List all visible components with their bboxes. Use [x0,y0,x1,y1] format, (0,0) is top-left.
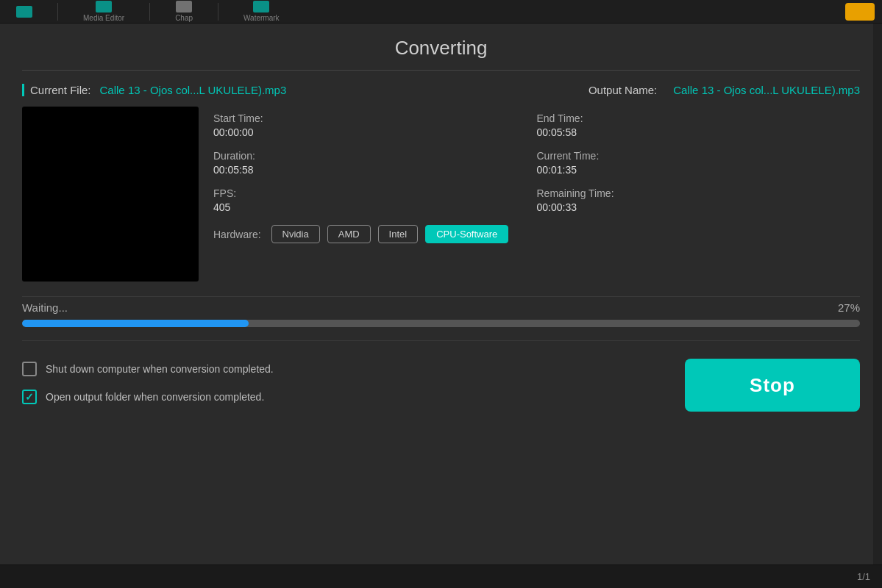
nav-divider-1 [57,3,58,21]
nav-items: Media Editor Chap Watermark [16,1,280,22]
nav-icon-watermark [253,1,269,12]
current-time-value: 00:01:35 [537,164,849,176]
remaining-time-label: Remaining Time: [537,187,849,199]
page-title: Converting [22,24,860,71]
page-info: 1/1 [857,571,870,582]
nav-icon-1 [16,6,32,18]
progress-header: Waiting... 27% [22,301,860,314]
open-folder-checkbox[interactable]: ✓ [22,390,37,404]
remaining-time-cell: Remaining Time: 00:00:33 [537,182,861,219]
nav-divider-2 [149,3,150,21]
right-scrollbar[interactable] [873,24,882,564]
start-time-label: Start Time: [213,112,525,124]
progress-status: Waiting... [22,301,68,314]
shutdown-checkbox-row[interactable]: Shut down computer when conversion compl… [22,362,274,376]
stop-button[interactable]: Stop [685,359,860,412]
current-time-cell: Current Time: 00:01:35 [537,144,861,182]
progress-bar-track [22,320,860,327]
options-checkboxes: Shut down computer when conversion compl… [22,359,274,404]
current-file-label: Current File: [22,84,91,96]
progress-bar-fill [22,320,249,327]
top-nav-bar: Media Editor Chap Watermark [0,0,882,24]
details-section: Start Time: 00:00:00 End Time: 00:05:58 … [22,107,860,296]
checkmark-icon: ✓ [25,392,34,402]
nav-label-chap: Chap [175,14,193,22]
open-folder-checkbox-row[interactable]: ✓ Open output folder when conversion com… [22,390,274,404]
nav-icon-media [96,1,112,12]
nav-label-watermark: Watermark [243,14,280,22]
duration-value: 00:05:58 [213,164,525,176]
top-bar-orange-button[interactable] [845,3,875,21]
current-time-label: Current Time: [537,150,849,162]
nvidia-button[interactable]: Nvidia [271,225,320,243]
output-file-name: Calle 13 - Ojos col...L UKULELE).mp3 [673,84,860,96]
nav-item-1 [16,6,32,18]
fps-value: 405 [213,201,525,213]
hardware-label: Hardware: [213,229,261,240]
current-file-name: Calle 13 - Ojos col...L UKULELE).mp3 [100,84,287,96]
nav-item-chap: Chap [175,1,193,22]
intel-button[interactable]: Intel [378,225,419,243]
nav-label-media: Media Editor [83,14,124,22]
fps-cell: FPS: 405 [213,182,537,219]
start-time-cell: Start Time: 00:00:00 [213,107,537,144]
hardware-row: Hardware: Nvidia AMD Intel CPU-Software [213,219,860,246]
output-name-label: Output Name: [588,84,657,96]
nav-icon-chap [176,1,192,12]
open-folder-label: Open output folder when conversion compl… [46,391,264,403]
nav-item-media-editor: Media Editor [83,1,124,22]
nav-divider-3 [218,3,218,21]
nav-item-watermark: Watermark [243,1,280,22]
info-grid: Start Time: 00:00:00 End Time: 00:05:58 … [213,107,860,282]
remaining-time-value: 00:00:33 [537,201,849,213]
bottom-section: Shut down computer when conversion compl… [22,359,860,412]
shutdown-checkbox[interactable] [22,362,37,376]
end-time-cell: End Time: 00:05:58 [537,107,861,144]
file-info-row: Current File: Calle 13 - Ojos col...L UK… [22,71,860,107]
shutdown-label: Shut down computer when conversion compl… [46,363,274,375]
end-time-value: 00:05:58 [537,126,849,138]
end-time-label: End Time: [537,112,849,124]
cpu-software-button[interactable]: CPU-Software [425,225,508,243]
main-content: Converting Current File: Calle 13 - Ojos… [0,24,882,412]
amd-button[interactable]: AMD [327,225,371,243]
start-time-value: 00:00:00 [213,126,525,138]
progress-percent: 27% [838,301,860,314]
status-bar: 1/1 [0,564,882,588]
fps-label: FPS: [213,187,525,199]
video-preview [22,107,199,282]
progress-section: Waiting... 27% [22,296,860,341]
duration-label: Duration: [213,150,525,162]
duration-cell: Duration: 00:05:58 [213,144,537,182]
